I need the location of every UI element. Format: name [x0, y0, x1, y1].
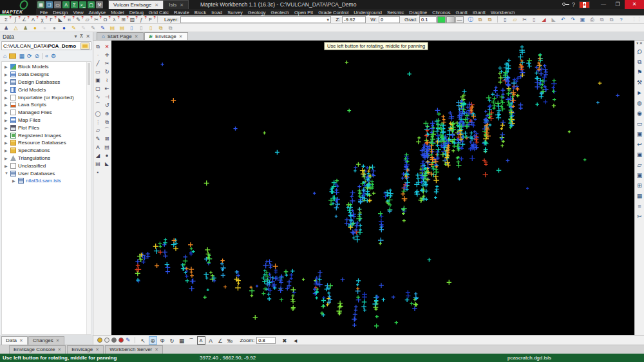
view-tool-icon[interactable]: ►	[637, 88, 643, 99]
expand-arrow-icon[interactable]: ▶	[5, 148, 8, 153]
tree-scrollbar[interactable]	[86, 62, 91, 334]
tree-item-data-designs[interactable]: ▶Data Designs	[2, 71, 91, 79]
expand-arrow-icon[interactable]: ▶	[5, 110, 8, 115]
triangle-down-icon[interactable]: ◣	[549, 16, 558, 23]
view-tool-icon[interactable]: ▣	[637, 129, 643, 140]
expand-arrow-icon[interactable]: ▶	[5, 64, 8, 69]
edit-pencil-icon[interactable]: ✎	[126, 337, 131, 343]
tools-icon[interactable]: ⚒	[96, 1, 103, 8]
edit-tool-icon[interactable]: ◣	[103, 160, 111, 168]
pin-icon[interactable]: ⊼	[79, 33, 83, 39]
triangle-up-icon[interactable]: ◢	[540, 16, 548, 23]
cut-tool-icon[interactable]: ✂?	[92, 16, 100, 23]
tree-item-lava-scripts[interactable]: ▶Lava Scripts	[2, 101, 91, 109]
view-tool-icon[interactable]: ▣	[637, 150, 643, 160]
tree-item-triangulations[interactable]: ▶Triangulations	[2, 155, 91, 162]
workbench-grid-icon[interactable]: ▦	[37, 1, 44, 8]
announce-icon[interactable]: ◄	[291, 336, 299, 345]
rotate-axis-icon[interactable]: Φ	[158, 336, 167, 345]
menu-item-underground[interactable]: Underground	[351, 10, 384, 15]
spin-icon[interactable]: ↻	[168, 336, 176, 345]
menu-item-chronos[interactable]: Chronos	[430, 10, 453, 15]
zoom-input[interactable]	[256, 337, 276, 344]
grid-view-icon[interactable]: ▦	[19, 53, 24, 59]
vulcan-lambda-icon[interactable]: Λ	[62, 1, 70, 8]
page-gray-icon[interactable]: ▯	[137, 24, 146, 32]
draw-tool-icon[interactable]: ∿	[94, 93, 102, 101]
omega-tool-icon[interactable]: Ω?	[101, 16, 109, 23]
user-group-icon[interactable]: ♟	[21, 24, 30, 32]
grid-tool-icon[interactable]: ⊞?	[119, 16, 128, 23]
menu-item-ravute[interactable]: Ravute	[171, 10, 192, 15]
tree-item-specifications[interactable]: ▶Specifications	[2, 147, 91, 155]
plane-tool-icon[interactable]: ▱?	[83, 16, 91, 23]
lambda2-tool-icon[interactable]: λ?	[110, 16, 118, 23]
help-icon[interactable]: ?	[572, 1, 575, 8]
colour-swatch-blank[interactable]	[446, 16, 455, 23]
cut-icon[interactable]: ✂	[520, 16, 529, 23]
draw-tool-icon[interactable]: ⧉	[94, 43, 102, 51]
scale-icon[interactable]: ‰	[226, 336, 234, 345]
draw-tool-icon[interactable]: ▪	[94, 168, 102, 176]
new-file-icon[interactable]: ▯	[501, 16, 509, 23]
render-mode-ball-icon[interactable]	[104, 338, 109, 343]
close-tab-icon[interactable]: ✕	[56, 338, 60, 343]
edit-tool-icon[interactable]: ✛	[103, 51, 111, 59]
user-icon[interactable]: ♟	[2, 24, 10, 32]
expand-arrow-icon[interactable]: ▶	[12, 178, 16, 183]
tree-item-unclassified[interactable]: ▶Unclassified	[2, 162, 91, 169]
license-key-icon[interactable]	[562, 1, 569, 8]
expand-arrow-icon[interactable]: ▶	[5, 156, 8, 160]
view-tool-icon[interactable]: ⚒	[637, 78, 642, 88]
pen-white-icon[interactable]: ✎	[79, 24, 88, 32]
edit-tool-icon[interactable]: ▤	[103, 143, 111, 151]
copy-icon[interactable]: ⧉	[598, 16, 606, 23]
open-layer-icon[interactable]: ⧉	[476, 16, 484, 23]
expand-arrow-icon[interactable]: ▶	[5, 164, 8, 168]
close-view-icon[interactable]: ✖	[280, 336, 289, 345]
menu-item-igantt[interactable]: iGantt	[470, 10, 488, 15]
draw-tool-icon[interactable]: ⋮	[94, 118, 102, 126]
view-tool-icon[interactable]: ◉	[637, 109, 642, 119]
text-icon[interactable]: A	[207, 336, 215, 345]
sphere-white-icon[interactable]: ●	[41, 24, 49, 32]
panel-tab-data[interactable]: Data✕	[1, 336, 28, 345]
close-tab-icon[interactable]: ✕	[180, 3, 184, 8]
refresh-icon[interactable]: ⟳	[27, 53, 32, 59]
edit-tool-icon[interactable]: ↻	[103, 68, 111, 76]
arc-measure-icon[interactable]: ⌒	[187, 336, 196, 345]
pi-tool-icon[interactable]: π?	[65, 16, 73, 23]
paste-icon[interactable]: ▯	[530, 16, 538, 23]
linetype-button[interactable]: —	[455, 16, 464, 23]
menu-item-geology[interactable]: Geology	[245, 10, 269, 15]
angle-measure-icon[interactable]: ∠	[216, 336, 225, 345]
tree-item-nilat3d-sam-isis[interactable]: ▶nilat3d.sam.isis	[2, 177, 91, 185]
sphere-yellow-icon[interactable]: ●	[31, 24, 39, 32]
menu-item-gantt[interactable]: Gantt	[453, 10, 470, 15]
integrate-tool-icon[interactable]: ∫?	[11, 16, 19, 23]
layer-select[interactable]: ▼	[180, 16, 331, 23]
view-tool-icon[interactable]: ▭	[637, 119, 643, 129]
stack-gray-icon[interactable]: ⧉	[166, 24, 175, 32]
lambda-tool-icon[interactable]: Λ?	[29, 16, 37, 23]
render-mode-ball-icon[interactable]	[111, 338, 117, 343]
chi-tool-icon[interactable]: χ?	[38, 16, 46, 23]
explorer-icon[interactable]: ❏	[46, 1, 53, 8]
select-cursor-icon[interactable]: ↖	[139, 336, 147, 345]
open-layer-edit-icon[interactable]: ⧉	[486, 16, 494, 23]
draw-tool-icon[interactable]: ▣	[94, 76, 102, 84]
3d-viewport[interactable]: Use left button for rotating, middle for…	[111, 41, 634, 335]
view-tool-icon[interactable]: ⚑	[637, 68, 642, 78]
draw-tool-icon[interactable]: ✎	[94, 135, 102, 143]
close-tab-icon[interactable]: ✕	[155, 3, 158, 8]
duplicate-icon[interactable]: ⧉	[607, 16, 616, 23]
tree-item-importable-or-exported-[interactable]: ▶Importable (or Exported)	[2, 93, 91, 101]
open-file-icon[interactable]: ▱	[511, 16, 519, 23]
menu-item-open-pit[interactable]: Open Pit	[292, 10, 316, 15]
db-yellow2-icon[interactable]: ▤	[118, 24, 126, 32]
menu-item-survey[interactable]: Survey	[225, 10, 245, 15]
triangulation-icon[interactable]: △	[12, 24, 20, 32]
tree-item-design-databases[interactable]: ▶Design Databases	[2, 79, 91, 86]
edit-tool-icon[interactable]: ⧉	[103, 118, 111, 126]
restore-button[interactable]: ❐	[611, 0, 625, 9]
